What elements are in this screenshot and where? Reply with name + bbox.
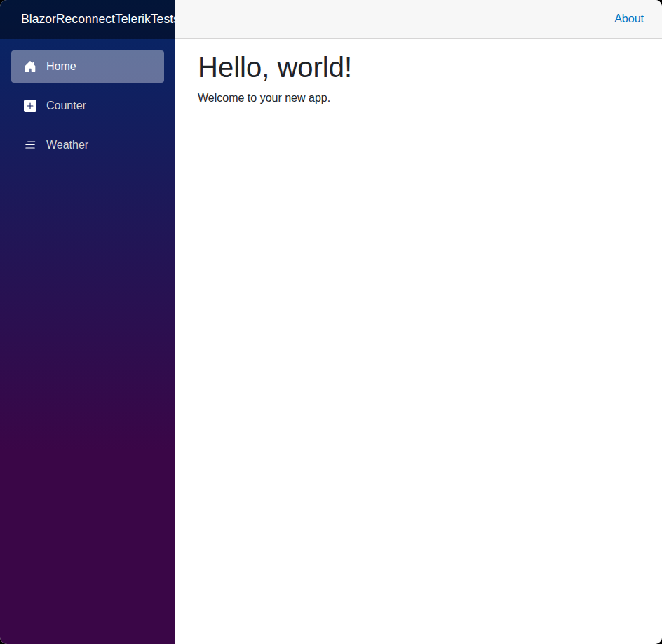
main-content: Hello, world! Welcome to your new app. <box>175 39 662 118</box>
sidebar-item-counter[interactable]: Counter <box>11 90 164 122</box>
sidebar-item-home[interactable]: Home <box>11 50 164 83</box>
sidebar-item-label: Counter <box>46 100 86 112</box>
brand-bar: BlazorReconnectTelerikTests <box>0 0 175 39</box>
sidebar-item-label: Home <box>46 60 76 73</box>
sidebar: BlazorReconnectTelerikTests Home Counter <box>0 0 175 644</box>
plus-square-icon <box>24 100 36 112</box>
about-link[interactable]: About <box>614 13 644 25</box>
sidebar-item-label: Weather <box>46 139 88 151</box>
top-bar: About <box>175 0 662 39</box>
welcome-text: Welcome to your new app. <box>198 90 640 107</box>
page-title: Hello, world! <box>198 50 640 84</box>
app-title[interactable]: BlazorReconnectTelerikTests <box>21 12 175 27</box>
app-window: BlazorReconnectTelerikTests Home Counter <box>0 0 662 644</box>
list-nested-icon <box>24 139 36 151</box>
house-icon <box>24 60 36 73</box>
main-area: About Hello, world! Welcome to your new … <box>175 0 662 644</box>
sidebar-nav: Home Counter Weather <box>0 39 175 168</box>
sidebar-item-weather[interactable]: Weather <box>11 129 164 161</box>
